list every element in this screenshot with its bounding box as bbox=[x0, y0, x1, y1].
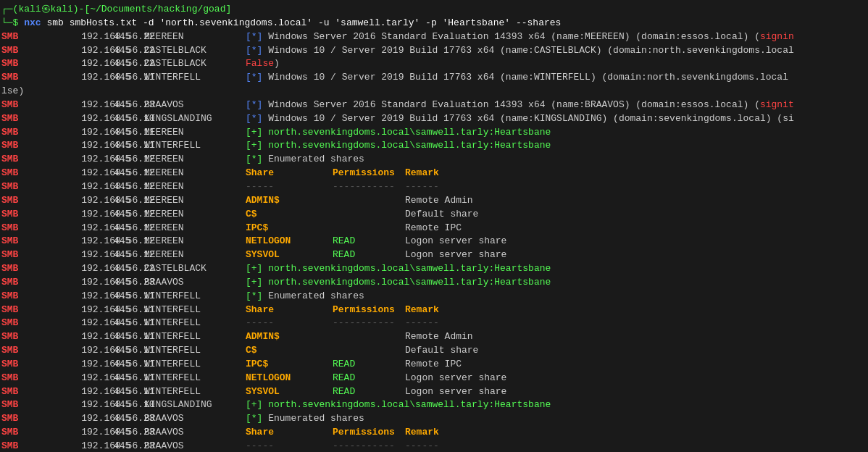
smb-label: SMB bbox=[1, 112, 30, 126]
output-line-9: SMB 192.168.56.12 445 MEEREEN [*] Enumer… bbox=[0, 153, 868, 167]
smb-label: SMB bbox=[1, 412, 30, 426]
smb-label: SMB bbox=[1, 304, 30, 317]
smb-label: SMB bbox=[1, 440, 30, 452]
output-line-braavos-enum: SMB 192.168.56.23 445 BRAAVOS [*] Enumer… bbox=[0, 412, 868, 426]
smb-label: SMB bbox=[1, 344, 30, 358]
terminal-window: ┌─(kali㉿kali)-[~/Documents/hacking/goad]… bbox=[0, 0, 868, 452]
cmd-args: smb smbHosts.txt -d 'north.sevenkingdoms… bbox=[41, 17, 562, 30]
output-line-kingslanding-plus: SMB 192.168.56.10 445 KINGSLANDING [+] n… bbox=[0, 398, 868, 412]
share-header-braavos: SMB 192.168.56.23 445 BRAAVOS Share Perm… bbox=[0, 426, 868, 440]
cmd-nxc: nxc bbox=[24, 17, 41, 30]
output-line-4: SMB 192.168.56.11 445 WINTERFELL [*] Win… bbox=[0, 71, 868, 85]
share-dash-meereen: SMB 192.168.56.12 445 MEEREEN ----- ----… bbox=[0, 180, 868, 194]
smb-label: SMB bbox=[1, 222, 30, 235]
share-row-ipc-meereen: SMB 192.168.56.12 445 MEEREEN IPC$ Remot… bbox=[0, 222, 868, 235]
output-line-2: SMB 192.168.56.22 445 CASTELBLACK [*] Wi… bbox=[0, 44, 868, 58]
smb-label: SMB bbox=[1, 262, 30, 276]
smb-label: SMB bbox=[1, 235, 30, 248]
smb-label: SMB bbox=[1, 180, 30, 194]
share-row-sysvol-winterfell: SMB 192.168.56.11 445 WINTERFELL SYSVOL … bbox=[0, 385, 868, 399]
output-line-lse: lse) bbox=[0, 85, 868, 99]
prompt-prefix: ┌─(kali㉿kali)-[~/Documents/hacking/goad] bbox=[1, 3, 231, 17]
output-line-1: SMB 192.168.56.22 445 MEEREEN [*] Window… bbox=[0, 30, 868, 44]
smb-label: SMB bbox=[1, 290, 30, 304]
prompt-arrow: └─$ bbox=[1, 17, 24, 30]
share-row-netlogon-winterfell: SMB 192.168.56.11 445 WINTERFELL NETLOGO… bbox=[0, 372, 868, 385]
smb-label: SMB bbox=[1, 248, 30, 262]
smb-label: SMB bbox=[1, 57, 30, 71]
smb-label: SMB bbox=[1, 276, 30, 290]
share-row-admin-winterfell: SMB 192.168.56.11 445 WINTERFELL ADMIN$ … bbox=[0, 330, 868, 344]
smb-label: SMB bbox=[1, 358, 30, 372]
smb-label: SMB bbox=[1, 208, 30, 222]
share-row-sysvol-meereen: SMB 192.168.56.12 445 MEEREEN SYSVOL REA… bbox=[0, 248, 868, 262]
command-line: └─$ nxc smb smbHosts.txt -d 'north.seven… bbox=[0, 17, 868, 30]
share-header-meereen: SMB 192.168.56.12 445 MEEREEN Share Perm… bbox=[0, 167, 868, 180]
output-line-braavos-plus: SMB 192.168.56.23 445 BRAAVOS [+] north.… bbox=[0, 276, 868, 290]
smb-label: SMB bbox=[1, 194, 30, 208]
output-line-castelblack-plus: SMB 192.168.56.22 445 CASTELBLACK [+] no… bbox=[0, 262, 868, 276]
smb-label: SMB bbox=[1, 44, 30, 58]
share-row-ipc-winterfell: SMB 192.168.56.11 445 WINTERFELL IPC$ RE… bbox=[0, 358, 868, 372]
share-row-c-meereen: SMB 192.168.56.12 445 MEEREEN C$ Default… bbox=[0, 208, 868, 222]
output-line-8: SMB 192.168.56.11 445 WINTERFELL [+] nor… bbox=[0, 139, 868, 153]
share-row-admin-meereen: SMB 192.168.56.12 445 MEEREEN ADMIN$ Rem… bbox=[0, 194, 868, 208]
output-line-5: SMB 192.168.56.23 445 BRAAVOS [*] Window… bbox=[0, 99, 868, 112]
share-header-winterfell: SMB 192.168.56.11 445 WINTERFELL Share P… bbox=[0, 304, 868, 317]
smb-label: SMB bbox=[1, 398, 30, 412]
smb-label: SMB bbox=[1, 30, 30, 44]
prompt-line: ┌─(kali㉿kali)-[~/Documents/hacking/goad] bbox=[0, 3, 868, 17]
share-dash-braavos: SMB 192.168.56.23 445 BRAAVOS ----- ----… bbox=[0, 440, 868, 452]
smb-label: SMB bbox=[1, 385, 30, 399]
output-line-3: SMB 192.168.56.22 445 CASTELBLACK False) bbox=[0, 57, 868, 71]
output-line-winterfell-enum: SMB 192.168.56.11 445 WINTERFELL [*] Enu… bbox=[0, 290, 868, 304]
smb-label: SMB bbox=[1, 426, 30, 440]
smb-label: SMB bbox=[1, 167, 30, 180]
smb-label: SMB bbox=[1, 330, 30, 344]
smb-label: SMB bbox=[1, 317, 30, 330]
output-line-6: SMB 192.168.56.10 445 KINGSLANDING [*] W… bbox=[0, 112, 868, 126]
output-line-7: SMB 192.168.56.11 445 MEEREEN [+] north.… bbox=[0, 126, 868, 140]
share-row-netlogon-meereen: SMB 192.168.56.12 445 MEEREEN NETLOGON R… bbox=[0, 235, 868, 248]
share-dash-winterfell: SMB 192.168.56.11 445 WINTERFELL ----- -… bbox=[0, 317, 868, 330]
smb-label: SMB bbox=[1, 71, 30, 85]
smb-label: SMB bbox=[1, 372, 30, 385]
smb-label: SMB bbox=[1, 153, 30, 167]
share-row-c-winterfell: SMB 192.168.56.11 445 WINTERFELL C$ Defa… bbox=[0, 344, 868, 358]
smb-label: SMB bbox=[1, 99, 30, 112]
smb-label: SMB bbox=[1, 139, 30, 153]
smb-label: SMB bbox=[1, 126, 30, 140]
